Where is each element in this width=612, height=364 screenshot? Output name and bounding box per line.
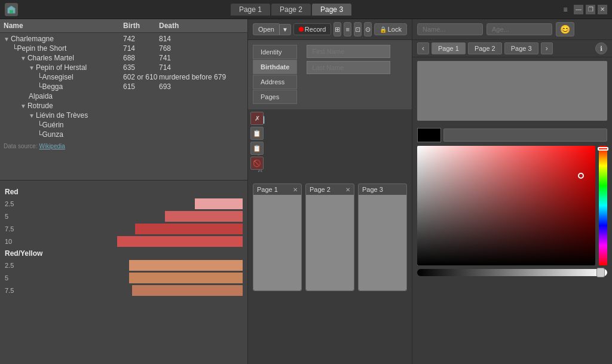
page-preview-label-1: Page 1 [257,186,278,193]
tree-col-death: Death [159,22,244,30]
color-hex-input[interactable]: #000000 [443,129,607,142]
expand-arrow: ▼ [4,36,10,42]
open-button[interactable]: Open [253,23,279,35]
name-search-input[interactable] [417,23,483,35]
color-swatch [417,128,441,142]
chart-row: 2.5 [5,198,243,209]
page-previews: Page 1 ✕ Page 2 ✕ Page 3 [248,179,412,364]
block-icon[interactable]: 🚫 [250,157,264,170]
right-toolbar: 😊 [412,19,612,40]
titlebar-tab-page2[interactable]: Page 2 [271,4,311,16]
form-tab-address[interactable]: Address [253,75,297,89]
table-row[interactable]: Alpaida [0,91,247,101]
restore-button[interactable]: ❐ [586,5,595,14]
table-row[interactable]: └ Begga 615 693 [0,82,247,91]
page-tab-3[interactable]: Page 3 [504,42,538,54]
page-preview-body-3 [359,195,406,290]
page-tab-1[interactable]: Page 1 [432,42,466,54]
next-page-button[interactable]: › [541,42,553,54]
svg-rect-0 [10,10,13,13]
page-preview-close-2[interactable]: ✕ [345,186,350,193]
tree-body: ▼ Charlemagne 742 814 └ Pepin the Short … [0,33,247,140]
firstname-field [307,45,407,58]
tab-bar: Page 1 Page 2 Page 3 [23,4,559,16]
main-layout: Name Birth Death ▼ Charlemagne 742 814 [0,19,612,364]
table-row[interactable]: ▼ Charles Martel 688 741 [0,53,247,63]
color-gradient-canvas [417,146,595,265]
chart-group-redyellow-label: Red/Yellow [5,249,243,258]
tree-col-birth: Birth [123,22,159,30]
open-dropdown: Open ▼ [253,23,291,35]
titlebar-tab-page1[interactable]: Page 1 [231,4,270,16]
form-tab-pages[interactable]: Pages [253,90,297,104]
toolbar: Open ▼ Record ⊞ ≡ ⊡ ⊙ 🔒 Lock [248,19,412,40]
form-tab-identity[interactable]: Identity [253,45,297,59]
form-tabs: Identity Birthdate Address Pages [253,45,297,105]
page-preview-2: Page 2 ✕ [305,183,354,291]
chart-bar [135,224,243,234]
chart-bar [117,236,243,247]
page-preview-3: Page 3 [358,183,407,291]
page-preview-label-3: Page 3 [362,186,383,193]
table-row[interactable]: ▼ Liévin de Trèves [0,111,247,120]
table-row[interactable]: ▼ Charlemagne 742 814 [0,34,247,44]
emoji-button[interactable]: 😊 [556,22,574,36]
chart-group-red-label: Red [5,188,243,196]
age-search-input[interactable] [486,23,552,35]
lastname-input[interactable] [307,61,390,74]
table-row[interactable]: ▼ Pepin of Herstal 635 714 [0,63,247,72]
info-button[interactable]: ℹ [595,42,607,54]
table-row[interactable]: └ Pepin the Short 714 768 [0,44,247,53]
chart-bar [165,211,243,222]
page-preview-close-1[interactable]: ✕ [293,186,298,193]
open-dropdown-arrow[interactable]: ▼ [279,24,291,35]
minimize-button[interactable]: — [574,5,583,14]
lastname-field [307,61,407,74]
record-button[interactable]: Record [293,23,331,35]
chart-row: 2.5 [5,260,243,271]
wikipedia-link[interactable]: Wikipedia [39,143,65,149]
table-row[interactable]: └ Guérin [0,120,247,130]
chart-row: 5 [5,273,243,283]
center-panel: Open ▼ Record ⊞ ≡ ⊡ ⊙ 🔒 Lock Identity Bi… [248,19,412,364]
close-button[interactable]: ✕ [598,5,607,14]
chart-row: 10 [5,236,243,247]
page-preview-body-1 [253,195,301,290]
app-icon [5,3,18,16]
record-dot [299,27,304,32]
hue-thumb [598,147,608,151]
paste-icon[interactable]: 📋 [250,142,264,155]
titlebar-tab-page3[interactable]: Page 3 [312,4,351,16]
grid-view-button[interactable]: ⊞ [333,22,341,36]
form-content [307,45,407,105]
page-tab-2[interactable]: Page 2 [468,42,502,54]
list-view-button[interactable]: ≡ [344,22,351,36]
chart-bar [129,273,243,283]
brightness-slider[interactable] [417,269,607,276]
table-row[interactable]: ▼ Rotrude [0,101,247,111]
firstname-input[interactable] [307,45,390,58]
brightness-thumb [596,268,605,277]
lock-button[interactable]: 🔒 Lock [374,23,407,35]
tree-header: Name Birth Death [0,19,247,33]
page-preview-header-3: Page 3 [359,184,406,195]
prev-page-button[interactable]: ‹ [417,42,429,54]
action-icons-left: 📄 ✏ ⤢ ☆ ✗ 📋 📋 🚫 [248,109,412,179]
menu-icon[interactable]: ≡ [559,4,571,16]
tree-col-name: Name [4,22,123,30]
table-row[interactable]: └ Ansegisel 602 or 610 murdered before 6… [0,72,247,82]
color-gradient[interactable] [417,146,595,265]
chart-bar [195,198,243,209]
share-button[interactable]: ⊙ [364,22,372,36]
copy-icon[interactable]: 📋 [250,127,264,140]
hue-bar[interactable] [599,146,607,265]
page-preview-header-2: Page 2 ✕ [306,184,354,195]
page-preview-header-1: Page 1 ✕ [253,184,301,195]
form-tab-birthdate[interactable]: Birthdate [253,60,297,74]
color-hex-row: #000000 [417,128,607,142]
table-row[interactable]: └ Gunza [0,130,247,139]
right-preview-area [417,61,607,121]
table-view-button[interactable]: ⊡ [354,22,362,36]
title-bar: Page 1 Page 2 Page 3 ≡ — ❐ ✕ [0,0,612,19]
delete-icon[interactable]: ✗ [250,112,264,125]
